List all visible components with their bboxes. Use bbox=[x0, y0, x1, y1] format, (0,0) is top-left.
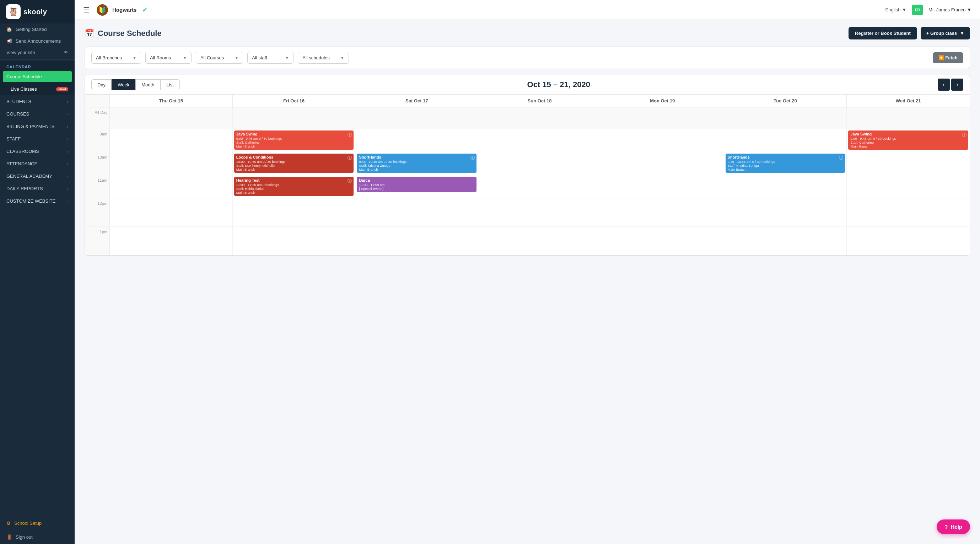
cell-10am-tue[interactable]: ⓘ ShortHands 9:45 - 10:45 am 0 / 30 book… bbox=[724, 152, 847, 175]
branches-filter[interactable]: All Branches ▼ bbox=[91, 52, 141, 64]
cell-11am-tue bbox=[724, 175, 847, 198]
col-header-sun: Sun Oct 18 bbox=[478, 94, 601, 107]
time-column-header bbox=[85, 94, 110, 107]
event-branch: Main Branch bbox=[236, 144, 352, 148]
hamburger-icon[interactable]: ☰ bbox=[83, 6, 89, 14]
sidebar-item-attendance[interactable]: ATTENDANCE › bbox=[0, 158, 75, 170]
time-1pm: 1pm bbox=[85, 227, 110, 255]
event-time: 9:00 - 9:45 am 0 / 30 bookings bbox=[236, 137, 352, 140]
staff-label: All staff bbox=[252, 55, 267, 61]
event-barca-sat[interactable]: Barca 11:00 - 11:59 am [ Special Event ] bbox=[357, 177, 477, 192]
cell-10am-fri[interactable]: ⓘ Loops & Conditions 10:00 - 10:50 am 0 … bbox=[233, 152, 356, 175]
page-title: Course Schedule bbox=[98, 29, 162, 38]
all-day-thu bbox=[110, 107, 233, 129]
cell-12pm-fri bbox=[233, 198, 356, 227]
sidebar-item-live-classes[interactable]: Live Classes New! bbox=[0, 83, 75, 95]
announcement-icon: 📢 bbox=[6, 38, 12, 44]
sidebar-item-staff[interactable]: STAFF › bbox=[0, 132, 75, 145]
cell-9am-mon bbox=[601, 129, 724, 152]
page-header: 📅 Course Schedule Register or Book Stude… bbox=[84, 27, 970, 40]
page-content: 📅 Course Schedule Register or Book Stude… bbox=[75, 20, 980, 544]
attendance-label: ATTENDANCE bbox=[6, 161, 37, 166]
view-your-site[interactable]: View your site 👁 bbox=[0, 47, 75, 58]
next-week-button[interactable]: › bbox=[951, 78, 963, 91]
event-branch: Main Branch bbox=[850, 144, 966, 148]
calendar-icon: 📅 bbox=[84, 29, 94, 38]
cell-9am-thu bbox=[110, 129, 233, 152]
sidebar-item-billing[interactable]: BILLING & PAYMENTS › bbox=[0, 120, 75, 132]
help-icon: ? bbox=[945, 524, 948, 530]
cell-9am-wed[interactable]: ⓘ Java Swing 9:00 - 9:45 am 0 / 30 booki… bbox=[847, 129, 970, 152]
help-button[interactable]: ? Help bbox=[937, 520, 970, 534]
schedules-label: All schedules bbox=[302, 55, 330, 61]
event-title: ShortHands bbox=[359, 155, 474, 159]
col-header-wed: Wed Oct 21 bbox=[847, 94, 970, 107]
event-title: Hearing Test bbox=[236, 178, 352, 182]
language-selector[interactable]: English ▼ bbox=[886, 7, 907, 13]
cell-9am-fri[interactable]: ⓘ Java Swing 9:00 - 9:45 am 0 / 30 booki… bbox=[233, 129, 356, 152]
staff-filter[interactable]: All staff ▼ bbox=[247, 52, 293, 64]
sidebar-item-send-announcements[interactable]: 📢 Send Announcements bbox=[0, 35, 75, 47]
view-week-button[interactable]: Week bbox=[111, 79, 135, 90]
courses-filter[interactable]: All Courses ▼ bbox=[196, 52, 243, 64]
sidebar-item-customize-website[interactable]: CUSTOMIZE WEBSITE › bbox=[0, 195, 75, 207]
event-java-swing-wed[interactable]: ⓘ Java Swing 9:00 - 9:45 am 0 / 30 booki… bbox=[848, 131, 968, 150]
row-12pm: 12pm bbox=[85, 198, 970, 227]
col-header-tue: Tue Oct 20 bbox=[724, 94, 847, 107]
signout-icon: 🚪 bbox=[6, 534, 12, 540]
sidebar-item-getting-started[interactable]: 🏠 Getting Started bbox=[0, 24, 75, 35]
prev-week-button[interactable]: ‹ bbox=[938, 78, 950, 91]
sidebar: 🦉 skooly 🏠 Getting Started 📢 Send Announ… bbox=[0, 0, 75, 544]
school-setup-link[interactable]: ⚙ School Setup bbox=[0, 516, 75, 530]
all-day-fri bbox=[233, 107, 356, 129]
cell-11am-fri[interactable]: ⓘ Hearing Test 11:00 - 11:50 am 0 bookin… bbox=[233, 175, 356, 198]
sidebar-item-daily-reports[interactable]: DAILY REPORTS › bbox=[0, 182, 75, 195]
col-header-thu: Thu Oct 15 bbox=[110, 94, 233, 107]
sidebar-item-general-academy[interactable]: GENERAL ACADEMY › bbox=[0, 170, 75, 182]
event-hearing-test-fri[interactable]: ⓘ Hearing Test 11:00 - 11:50 am 0 bookin… bbox=[234, 177, 354, 196]
sidebar-item-students[interactable]: STUDENTS › bbox=[0, 95, 75, 108]
cell-10am-sat[interactable]: ⓘ ShortHands 9:45 - 10:45 am 0 / 30 book… bbox=[355, 152, 478, 175]
sidebar-logo: 🦉 skooly bbox=[0, 0, 75, 24]
schedules-filter[interactable]: All schedules ▼ bbox=[298, 52, 349, 64]
cell-10am-sun bbox=[478, 152, 601, 175]
view-list-button[interactable]: List bbox=[160, 79, 180, 90]
event-shorthands-tue[interactable]: ⓘ ShortHands 9:45 - 10:45 am 0 / 30 book… bbox=[725, 153, 845, 173]
calendar-header-row: Thu Oct 15 Fri Oct 16 Sat Oct 17 Sun Oct… bbox=[85, 94, 970, 107]
language-label: English bbox=[886, 7, 901, 13]
col-header-fri: Fri Oct 16 bbox=[233, 94, 356, 107]
sidebar-item-courses[interactable]: COURSES › bbox=[0, 108, 75, 120]
view-day-button[interactable]: Day bbox=[91, 79, 111, 90]
cell-12pm-mon bbox=[601, 198, 724, 227]
cell-1pm-sat bbox=[355, 227, 478, 255]
live-classes-label: Live Classes bbox=[11, 86, 37, 92]
sidebar-item-course-schedule[interactable]: Course Schedule bbox=[3, 71, 72, 82]
cell-12pm-sat bbox=[355, 198, 478, 227]
user-name-label: Mr. James Franco bbox=[929, 7, 966, 13]
event-staff: Staff: Max henry, Michelle bbox=[236, 164, 352, 168]
cell-11am-sat[interactable]: Barca 11:00 - 11:59 am [ Special Event ] bbox=[355, 175, 478, 198]
sidebar-item-classrooms[interactable]: CLASSROOMS › bbox=[0, 145, 75, 158]
billing-label: BILLING & PAYMENTS bbox=[6, 124, 54, 129]
row-9am: 9am ⓘ Java Swing 9:00 - 9:45 am 0 / 30 b… bbox=[85, 129, 970, 152]
all-day-tue bbox=[724, 107, 847, 129]
event-time: 9:45 - 10:45 am 0 / 30 bookings bbox=[728, 160, 843, 164]
event-java-swing-fri[interactable]: ⓘ Java Swing 9:00 - 9:45 am 0 / 30 booki… bbox=[234, 131, 354, 150]
school-name: Hogwarts bbox=[112, 7, 137, 13]
rooms-filter[interactable]: All Rooms ▼ bbox=[145, 52, 191, 64]
group-class-button[interactable]: + Group class ▼ bbox=[921, 27, 970, 40]
logo-icon: 🦉 bbox=[6, 4, 21, 19]
calendar-title: Oct 15 – 21, 2020 bbox=[180, 80, 938, 89]
divider bbox=[0, 59, 75, 60]
view-month-button[interactable]: Month bbox=[135, 79, 160, 90]
topbar-right: English ▼ FR Mr. James Franco ▼ bbox=[886, 5, 972, 15]
register-book-button[interactable]: Register or Book Student bbox=[848, 27, 917, 40]
cell-10am-mon bbox=[601, 152, 724, 175]
event-shorthands-sat[interactable]: ⓘ ShortHands 9:45 - 10:45 am 0 / 30 book… bbox=[357, 153, 477, 173]
students-label: STUDENTS bbox=[6, 99, 31, 104]
event-loops-fri[interactable]: ⓘ Loops & Conditions 10:00 - 10:50 am 0 … bbox=[234, 153, 354, 173]
user-menu[interactable]: Mr. James Franco ▼ bbox=[929, 7, 972, 13]
sign-out-link[interactable]: 🚪 Sign out bbox=[0, 530, 75, 544]
fetch-button[interactable]: 🔽 Fetch bbox=[933, 52, 963, 63]
filters-row: All Branches ▼ All Rooms ▼ All Courses ▼… bbox=[84, 46, 970, 69]
